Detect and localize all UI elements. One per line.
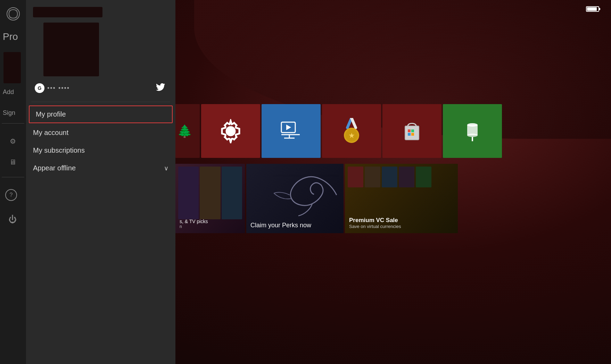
tile-green[interactable] (443, 104, 502, 158)
my-subscriptions-label: My subscriptions (33, 146, 85, 154)
dragon-tile-text: Claim your Perks now (250, 222, 311, 229)
sidebar-item-settings[interactable]: ⚙ (5, 134, 20, 149)
tile-movies[interactable]: s, & TV picks n (175, 164, 245, 233)
tile-store[interactable] (382, 104, 441, 158)
xbox-logo-icon (6, 7, 20, 21)
svg-rect-3 (599, 8, 600, 10)
gamerscore-g-icon: G (35, 83, 44, 93)
vc-thumb-5 (416, 167, 431, 187)
dropdown-panel: G ••• •••• My profile My account My subs… (26, 0, 175, 364)
vc-thumb-1 (348, 167, 363, 187)
tiles-row2: s, & TV picks n Claim your Perks now (175, 164, 458, 233)
tile-partial[interactable]: 🌲 (175, 104, 200, 158)
gamerscore-dots: ••• •••• (47, 85, 70, 92)
sidebar-divider2 (2, 177, 24, 177)
vc-sale-text: Premium VC Sale Save on virtual currenci… (349, 217, 401, 229)
add-label-sidebar: Add (3, 88, 14, 96)
perks-title: Claim your Perks now (250, 222, 311, 229)
top-bar (175, 0, 611, 19)
vc-thumb-4 (399, 167, 414, 187)
vc-thumbnails (348, 167, 431, 187)
my-profile-label: My profile (36, 110, 66, 118)
profile-top: G ••• •••• (26, 0, 175, 102)
tiles-row1: 🌲 (175, 104, 502, 158)
svg-rect-4 (587, 7, 597, 11)
svg-point-1 (9, 10, 17, 18)
svg-text:🌲: 🌲 (177, 124, 192, 138)
sidebar-divider (2, 123, 24, 124)
vc-thumb-2 (365, 167, 380, 187)
menu-item-my-subscriptions[interactable]: My subscriptions (26, 142, 175, 159)
menu-item-my-profile[interactable]: My profile (29, 105, 173, 123)
profile-label-sidebar: Pro (3, 31, 18, 42)
sidebar-item-home[interactable]: 🖥 (5, 154, 20, 170)
svg-line-15 (352, 118, 356, 128)
svg-rect-23 (411, 133, 414, 136)
tile-vc-sale[interactable]: Premium VC Sale Save on virtual currenci… (345, 164, 458, 233)
chevron-down-icon: ∨ (164, 164, 168, 172)
movies-subtitle: n (180, 224, 208, 229)
svg-rect-21 (411, 129, 414, 132)
svg-rect-20 (408, 129, 411, 132)
tile-achievements[interactable]: ★ (322, 104, 381, 158)
vc-sale-subtitle: Save on virtual currencies (349, 224, 401, 229)
tile-video[interactable] (262, 104, 321, 158)
username-bar (33, 7, 102, 17)
small-avatar (3, 52, 21, 83)
battery-icon (586, 6, 601, 14)
vc-thumb-3 (382, 167, 397, 187)
sign-label-sidebar: Sign (3, 109, 15, 117)
social-left: G ••• •••• (35, 83, 70, 93)
menu-items: My profile My account My subscriptions A… (26, 102, 175, 180)
avatar-large (43, 23, 99, 76)
tile-dragon[interactable]: Claim your Perks now (246, 164, 344, 233)
svg-point-26 (467, 134, 478, 137)
sidebar-item-power[interactable]: ⏻ (5, 212, 20, 227)
menu-item-my-account[interactable]: My account (26, 124, 175, 142)
tile-settings[interactable] (201, 104, 260, 158)
my-account-label: My account (33, 129, 68, 137)
vc-sale-title: Premium VC Sale (349, 217, 401, 224)
movies-tile-text: s, & TV picks n (180, 219, 208, 229)
social-row: G ••• •••• (33, 82, 168, 98)
twitter-icon (156, 83, 165, 93)
movies-title: s, & TV picks (180, 219, 208, 224)
svg-text:★: ★ (349, 132, 355, 139)
appear-offline-label: Appear offline (33, 164, 76, 172)
content-area: 🌲 (175, 0, 611, 364)
svg-rect-22 (408, 133, 411, 136)
sidebar: Pro Add Sign ⚙ 🖥 ? ⏻ (0, 0, 26, 364)
svg-marker-10 (286, 125, 291, 130)
menu-item-appear-offline[interactable]: Appear offline ∨ (26, 159, 175, 177)
sidebar-item-help[interactable]: ? (5, 189, 17, 201)
